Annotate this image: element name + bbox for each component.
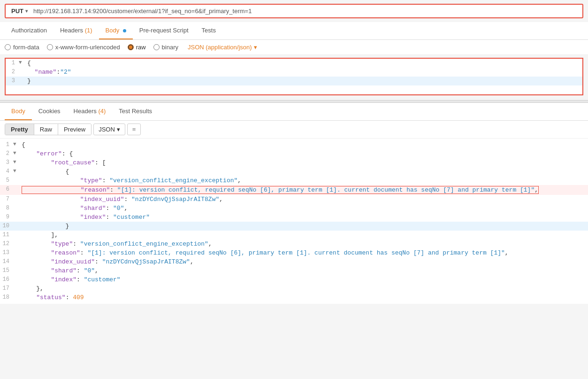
response-code-line: 4▼ { [0, 167, 588, 176]
line-content: { [25, 59, 582, 67]
line-content: "name":"2" [25, 68, 582, 76]
resp-line-number: 15 [0, 267, 13, 274]
resp-line-content: "type": "version_conflict_engine_excepti… [20, 177, 588, 185]
resp-line-number: 2 [0, 150, 13, 157]
resp-line-content: "type": "version_conflict_engine_excepti… [20, 240, 588, 248]
response-code-line: 14 "index_uuid": "nzDYCdnvQjSsapJrAIT8Zw… [0, 257, 588, 266]
resp-line-toggle [13, 276, 20, 276]
raw-button[interactable]: Raw [34, 124, 58, 135]
request-code-line: 2 "name":"2" [6, 68, 582, 77]
method-label: PUT [11, 8, 23, 15]
request-code-line: 1▼{ [6, 59, 582, 68]
resp-line-toggle [13, 285, 20, 285]
resp-line-content: "root_cause": [ [20, 159, 588, 167]
resp-line-toggle [13, 258, 20, 258]
resp-line-number: 10 [0, 222, 13, 229]
resp-headers-badge: (4) [98, 108, 106, 115]
resp-line-number: 1 [0, 141, 13, 148]
response-code-line: 11 ], [0, 231, 588, 240]
resp-line-content: } [20, 222, 588, 230]
response-tabs: Body Cookies Headers (4) Test Results [0, 103, 588, 121]
resp-line-content: { [20, 141, 588, 149]
resp-line-toggle[interactable]: ▼ [13, 168, 20, 174]
resp-line-toggle [13, 177, 20, 177]
response-code-line: 1▼{ [0, 140, 588, 149]
resp-tab-body[interactable]: Body [5, 103, 32, 120]
response-code-line: 12 "type": "version_conflict_engine_exce… [0, 240, 588, 248]
headers-badge: (1) [85, 27, 92, 34]
resp-line-number: 16 [0, 276, 13, 283]
tab-authorization[interactable]: Authorization [5, 22, 53, 39]
tab-pre-request[interactable]: Pre-request Script [133, 22, 195, 39]
body-options-row: form-data x-www-form-urlencoded raw bina… [0, 40, 588, 55]
option-raw[interactable]: raw [128, 44, 146, 51]
tab-body[interactable]: Body [99, 22, 133, 39]
line-toggle[interactable]: ▼ [19, 59, 25, 65]
lines-icon: ≡ [132, 126, 136, 133]
resp-tab-cookies[interactable]: Cookies [32, 103, 67, 120]
body-dot [123, 29, 126, 32]
resp-line-content: "shard": "0", [20, 204, 588, 212]
resp-line-content: "reason": "[1]: version conflict, requir… [20, 249, 588, 257]
tab-tests[interactable]: Tests [195, 22, 222, 39]
resp-line-number: 3 [0, 159, 13, 166]
resp-tab-headers[interactable]: Headers (4) [67, 103, 113, 120]
lines-button[interactable]: ≡ [127, 124, 141, 135]
resp-line-content: "index": "customer" [20, 276, 588, 284]
resp-line-toggle[interactable]: ▼ [13, 141, 20, 147]
resp-line-content: "shard": "0", [20, 267, 588, 275]
resp-line-number: 13 [0, 249, 13, 256]
resp-line-toggle [13, 186, 20, 186]
resp-line-number: 4 [0, 168, 13, 175]
response-code-line: 9 "index": "customer" [0, 213, 588, 222]
json-chevron-icon: ▾ [254, 44, 257, 51]
response-body: 1▼{2▼ "error": {3▼ "root_cause": [4▼ {5 … [0, 139, 588, 304]
response-code-line: 2▼ "error": { [0, 149, 588, 158]
line-toggle[interactable] [19, 68, 25, 69]
json-format-button[interactable]: JSON ▾ [93, 124, 125, 135]
json-type-select[interactable]: JSON (application/json) ▾ [188, 44, 257, 51]
resp-line-content: "error": { [20, 150, 588, 158]
resp-line-toggle[interactable]: ▼ [13, 159, 20, 165]
response-code-line: 10 } [0, 222, 588, 231]
resp-tab-test-results[interactable]: Test Results [112, 103, 159, 120]
resp-line-toggle [13, 249, 20, 249]
resp-line-number: 14 [0, 258, 13, 265]
resp-line-toggle [13, 231, 20, 232]
preview-button[interactable]: Preview [58, 124, 91, 135]
response-code-line: 16 "index": "customer" [0, 275, 588, 284]
resp-line-toggle [13, 222, 20, 223]
resp-line-toggle[interactable]: ▼ [13, 150, 20, 156]
resp-line-content: { [20, 168, 588, 176]
response-code-line: 18 "status": 409 [0, 293, 588, 302]
resp-line-number: 11 [0, 231, 13, 238]
resp-line-toggle [13, 240, 20, 240]
resp-line-number: 7 [0, 195, 13, 202]
request-code-line: 3 } [6, 77, 582, 85]
url-input[interactable] [33, 8, 579, 15]
resp-line-toggle [13, 213, 20, 214]
resp-line-number: 6 [0, 186, 13, 193]
resp-line-content: ], [20, 231, 588, 239]
resp-line-number: 12 [0, 240, 13, 247]
response-code-line: 17 }, [0, 284, 588, 293]
tab-headers[interactable]: Headers (1) [53, 22, 99, 39]
option-form-data[interactable]: form-data [5, 44, 39, 51]
pretty-button[interactable]: Pretty [5, 124, 34, 135]
resp-line-number: 17 [0, 285, 13, 292]
resp-line-content: "status": 409 [20, 294, 588, 302]
response-code-line: 6 "reason": "[1]: version conflict, requ… [0, 185, 588, 195]
resp-line-content: }, [20, 285, 588, 293]
response-code-line: 3▼ "root_cause": [ [0, 158, 588, 167]
option-binary[interactable]: binary [153, 44, 178, 51]
option-url-encoded[interactable]: x-www-form-urlencoded [47, 44, 120, 51]
method-button[interactable]: PUT ▾ [9, 7, 30, 15]
line-toggle[interactable] [19, 77, 25, 77]
request-body-editor[interactable]: 1▼{2 "name":"2"3 } [5, 58, 583, 95]
line-number: 3 [6, 77, 19, 84]
resp-line-toggle [13, 267, 20, 267]
resp-line-content: "index_uuid": "nzDYCdnvQjSsapJrAIT8Zw", [20, 258, 588, 266]
resp-line-content: "reason": "[1]: version conflict, requir… [20, 186, 588, 194]
response-toolbar: Pretty Raw Preview JSON ▾ ≡ [0, 121, 588, 139]
response-code-line: 5 "type": "version_conflict_engine_excep… [0, 176, 588, 185]
